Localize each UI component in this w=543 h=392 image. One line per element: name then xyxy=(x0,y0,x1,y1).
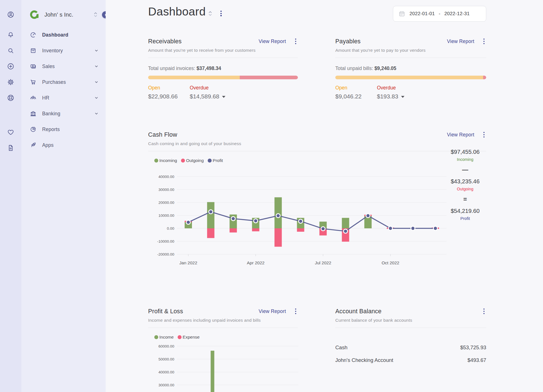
inventory-icon xyxy=(30,47,37,54)
page-title: Dashboard xyxy=(148,5,206,18)
profit-total-label: Profit xyxy=(444,216,486,221)
sidebar-item-label: Reports xyxy=(42,127,99,132)
date-start: 2022-01-01 xyxy=(409,11,435,17)
legend-item-profit[interactable]: Profit xyxy=(208,158,223,163)
profit-loss-view-report-link[interactable]: View Report xyxy=(259,308,286,314)
sidebar-item-banking[interactable]: Banking xyxy=(21,106,106,121)
account-balance-card: Account Balance Current balance of your … xyxy=(335,304,486,392)
svg-text:30000.00: 30000.00 xyxy=(159,383,174,387)
help-icon xyxy=(7,94,14,102)
svg-text:10000.00: 10000.00 xyxy=(159,213,174,218)
svg-text:Jan 2022: Jan 2022 xyxy=(179,260,197,265)
create-icon xyxy=(7,63,14,70)
receivables-card: Receivables View Report Amount that you'… xyxy=(148,34,298,100)
account-rail-button[interactable] xyxy=(0,2,21,27)
payables-title: Payables xyxy=(335,38,447,45)
app-logo-icon xyxy=(30,10,39,19)
legend-item-outgoing[interactable]: Outgoing xyxy=(181,158,204,163)
legend-item-expense[interactable]: Expense xyxy=(178,335,200,340)
dashboard-menu-kebab[interactable] xyxy=(219,10,223,17)
profit-loss-subtitle: Income and expenses including unpaid inv… xyxy=(148,318,298,323)
settings-rail-button[interactable] xyxy=(0,74,21,90)
svg-text:60000.00: 60000.00 xyxy=(159,345,174,348)
settings-icon xyxy=(7,78,14,86)
date-end: 2022-12-31 xyxy=(444,11,470,17)
incoming-total-label: Incoming xyxy=(444,157,486,162)
dashboard-icon xyxy=(30,31,37,38)
receivables-progress-bar xyxy=(148,76,298,79)
search-rail-button[interactable] xyxy=(0,43,21,58)
account-balance-row: John's Checking Account$493.67 xyxy=(335,354,486,366)
legend-label: Outgoing xyxy=(186,158,204,163)
cash-flow-legend: IncomingOutgoingProfit xyxy=(154,158,486,163)
sidebar-item-dashboard[interactable]: Dashboard xyxy=(21,27,106,43)
sidebar-item-hr[interactable]: HR xyxy=(21,90,106,106)
documents-rail-button[interactable] xyxy=(0,140,21,156)
receivables-kebab[interactable] xyxy=(293,37,298,45)
legend-label: Income xyxy=(159,335,174,340)
divider xyxy=(148,58,298,58)
receivables-subtitle: Amount that you're yet to receive from y… xyxy=(148,48,298,53)
sidebar-item-label: Dashboard xyxy=(42,32,99,38)
svg-text:30000.00: 30000.00 xyxy=(159,188,174,192)
account-balance-subtitle: Current balance of your bank accounts xyxy=(335,318,486,323)
date-range-picker[interactable]: 2022-01-01 - 2022-12-31 xyxy=(393,6,486,22)
purchases-icon xyxy=(30,79,37,85)
sidebar-item-label: Inventory xyxy=(42,48,93,54)
profit-loss-kebab[interactable] xyxy=(293,307,298,315)
main-content: Dashboard 2022-01-01 - 2022-12-31 Receiv… xyxy=(106,0,543,392)
legend-dot xyxy=(154,159,158,163)
cash-flow-subtitle: Cash coming in and going out of your bus… xyxy=(148,141,486,146)
svg-text:Jul 2022: Jul 2022 xyxy=(315,260,331,265)
cash-flow-kebab[interactable] xyxy=(482,131,487,139)
legend-item-incoming[interactable]: Incoming xyxy=(154,158,177,163)
cash-flow-chart: 40000.0030000.0020000.0010000.000.00-100… xyxy=(148,168,452,267)
sidebar-item-label: Purchases xyxy=(42,79,93,85)
svg-text:40000.00: 40000.00 xyxy=(159,370,174,374)
outgoing-total: $43,235.46 xyxy=(444,178,486,185)
incoming-total: $97,455.06 xyxy=(444,148,486,155)
account-balance-row: Cash$53,725.93 xyxy=(335,341,486,354)
payables-kebab[interactable] xyxy=(482,37,487,45)
sidebar-item-inventory[interactable]: Inventory xyxy=(21,43,106,58)
account-name[interactable]: John's Checking Account xyxy=(335,357,393,363)
bottom-cards-row: Profit & Loss View Report Income and exp… xyxy=(148,304,486,392)
cash-flow-view-report-link[interactable]: View Report xyxy=(447,132,474,138)
dashboard-switch-icon[interactable] xyxy=(208,10,212,17)
favorites-rail-button[interactable] xyxy=(0,124,21,140)
open-value: $9,046.22 xyxy=(335,93,377,100)
create-rail-button[interactable] xyxy=(0,58,21,74)
company-switcher[interactable]: John' s Inc. xyxy=(21,2,106,27)
legend-label: Expense xyxy=(183,335,200,340)
legend-dot xyxy=(178,335,182,339)
notifications-icon xyxy=(7,31,14,39)
svg-text:20000.00: 20000.00 xyxy=(159,200,174,205)
legend-dot xyxy=(181,159,185,163)
chevron-down-icon xyxy=(93,79,99,85)
sidebar-item-sales[interactable]: Sales xyxy=(21,58,106,74)
reports-icon xyxy=(30,126,37,133)
company-switch-icon xyxy=(93,12,98,18)
overdue-dropdown-caret[interactable] xyxy=(401,96,404,98)
account-balance-kebab[interactable] xyxy=(482,307,487,315)
overdue-dropdown-caret[interactable] xyxy=(222,96,225,98)
summary-cards-row: Receivables View Report Amount that you'… xyxy=(148,34,486,100)
help-rail-button[interactable] xyxy=(0,90,21,106)
divider xyxy=(335,328,486,328)
payables-progress-bar xyxy=(335,76,486,79)
sidebar-item-purchases[interactable]: Purchases xyxy=(21,74,106,90)
cash-flow-summary: $97,455.06 Incoming — $43,235.46 Outgoin… xyxy=(444,148,486,221)
sidebar-item-reports[interactable]: Reports xyxy=(21,121,106,137)
account-name[interactable]: Cash xyxy=(335,344,347,351)
payables-view-report-link[interactable]: View Report xyxy=(447,39,474,44)
documents-icon xyxy=(7,144,14,152)
profit-loss-legend: IncomeExpense xyxy=(154,335,298,340)
progress-overdue-segment xyxy=(240,76,298,79)
legend-item-income[interactable]: Income xyxy=(154,335,174,340)
favorites-icon xyxy=(7,129,14,136)
sidebar-item-apps[interactable]: Apps xyxy=(21,137,106,153)
svg-text:Apr 2022: Apr 2022 xyxy=(247,260,264,265)
receivables-view-report-link[interactable]: View Report xyxy=(259,39,286,44)
minus-sign: — xyxy=(444,166,486,174)
notifications-rail-button[interactable] xyxy=(0,27,21,43)
